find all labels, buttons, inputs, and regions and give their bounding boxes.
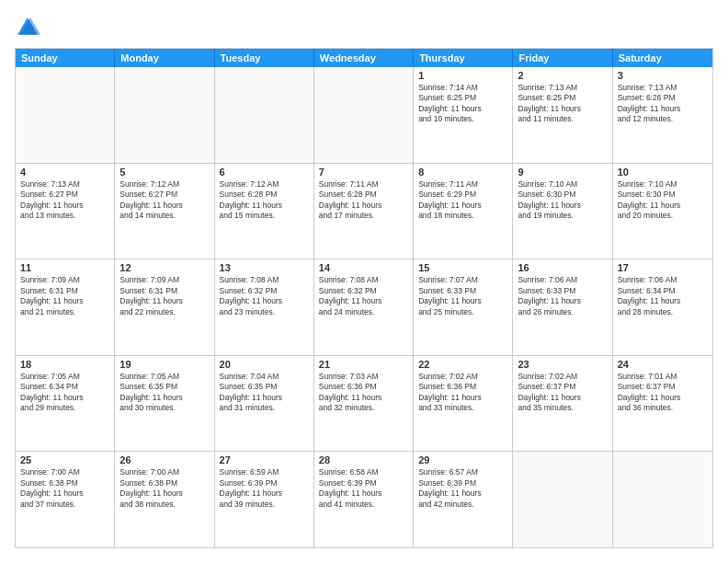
calendar-cell: 2Sunrise: 7:13 AM Sunset: 6:25 PM Daylig… [513,67,612,163]
calendar-cell: 12Sunrise: 7:09 AM Sunset: 6:31 PM Dayli… [115,259,214,355]
calendar-row-3: 18Sunrise: 7:05 AM Sunset: 6:34 PM Dayli… [16,355,712,452]
header [15,15,713,40]
header-day-saturday: Saturday [613,49,712,67]
header-day-sunday: Sunday [16,49,115,67]
day-number: 9 [518,167,607,178]
day-number: 14 [319,262,408,273]
calendar-cell: 8Sunrise: 7:11 AM Sunset: 6:29 PM Daylig… [414,164,513,259]
day-number: 3 [618,70,708,81]
cell-text: Sunrise: 7:06 AM Sunset: 6:34 PM Dayligh… [618,275,708,317]
calendar: SundayMondayTuesdayWednesdayThursdayFrid… [15,48,713,548]
day-number: 16 [518,262,607,273]
cell-text: Sunrise: 7:01 AM Sunset: 6:37 PM Dayligh… [618,372,708,414]
calendar-row-0: 1Sunrise: 7:14 AM Sunset: 6:25 PM Daylig… [16,67,712,163]
calendar-cell [613,452,712,547]
day-number: 6 [220,167,309,178]
cell-text: Sunrise: 7:09 AM Sunset: 6:31 PM Dayligh… [20,275,109,317]
day-number: 25 [20,454,109,465]
header-day-wednesday: Wednesday [314,49,414,67]
cell-text: Sunrise: 7:09 AM Sunset: 6:31 PM Dayligh… [119,275,209,317]
day-number: 26 [119,454,209,465]
day-number: 19 [119,359,209,370]
calendar-cell: 7Sunrise: 7:11 AM Sunset: 6:28 PM Daylig… [314,164,414,259]
day-number: 5 [119,167,209,178]
day-number: 29 [418,454,507,465]
header-day-tuesday: Tuesday [215,49,314,67]
calendar-cell: 15Sunrise: 7:07 AM Sunset: 6:33 PM Dayli… [414,259,513,355]
calendar-cell: 27Sunrise: 6:59 AM Sunset: 6:39 PM Dayli… [215,452,314,547]
cell-text: Sunrise: 7:08 AM Sunset: 6:32 PM Dayligh… [220,275,309,317]
calendar-cell: 3Sunrise: 7:13 AM Sunset: 6:26 PM Daylig… [613,67,712,163]
logo [15,15,44,40]
cell-text: Sunrise: 7:11 AM Sunset: 6:29 PM Dayligh… [418,179,507,222]
cell-text: Sunrise: 6:58 AM Sunset: 6:39 PM Dayligh… [319,467,408,510]
day-number: 13 [220,262,309,273]
logo-icon [15,15,40,40]
day-number: 24 [618,359,708,370]
cell-text: Sunrise: 7:12 AM Sunset: 6:27 PM Dayligh… [119,179,209,222]
cell-text: Sunrise: 7:02 AM Sunset: 6:36 PM Dayligh… [418,372,507,414]
header-day-thursday: Thursday [414,49,513,67]
day-number: 2 [518,70,607,81]
day-number: 17 [618,262,708,273]
day-number: 4 [20,167,109,178]
calendar-cell [215,67,314,163]
calendar-cell [513,452,612,547]
cell-text: Sunrise: 6:59 AM Sunset: 6:39 PM Dayligh… [220,467,309,510]
calendar-cell [314,67,414,163]
calendar-header: SundayMondayTuesdayWednesdayThursdayFrid… [16,49,712,67]
page: SundayMondayTuesdayWednesdayThursdayFrid… [0,0,728,563]
cell-text: Sunrise: 7:13 AM Sunset: 6:26 PM Dayligh… [618,83,708,125]
day-number: 21 [319,359,408,370]
calendar-cell: 19Sunrise: 7:05 AM Sunset: 6:35 PM Dayli… [115,356,214,452]
calendar-cell: 29Sunrise: 6:57 AM Sunset: 6:39 PM Dayli… [414,452,513,547]
calendar-cell: 13Sunrise: 7:08 AM Sunset: 6:32 PM Dayli… [215,259,314,355]
cell-text: Sunrise: 7:04 AM Sunset: 6:35 PM Dayligh… [220,372,309,414]
day-number: 11 [20,262,109,273]
calendar-cell: 23Sunrise: 7:02 AM Sunset: 6:37 PM Dayli… [513,356,612,452]
day-number: 12 [119,262,209,273]
calendar-cell: 24Sunrise: 7:01 AM Sunset: 6:37 PM Dayli… [613,356,712,452]
calendar-cell: 17Sunrise: 7:06 AM Sunset: 6:34 PM Dayli… [613,259,712,355]
day-number: 20 [220,359,309,370]
header-day-friday: Friday [513,49,612,67]
cell-text: Sunrise: 7:07 AM Sunset: 6:33 PM Dayligh… [418,275,507,317]
calendar-cell: 28Sunrise: 6:58 AM Sunset: 6:39 PM Dayli… [314,452,414,547]
calendar-cell: 25Sunrise: 7:00 AM Sunset: 6:38 PM Dayli… [16,452,115,547]
calendar-cell: 20Sunrise: 7:04 AM Sunset: 6:35 PM Dayli… [215,356,314,452]
calendar-cell: 16Sunrise: 7:06 AM Sunset: 6:33 PM Dayli… [513,259,612,355]
cell-text: Sunrise: 7:08 AM Sunset: 6:32 PM Dayligh… [319,275,408,317]
header-day-monday: Monday [115,49,214,67]
calendar-cell: 22Sunrise: 7:02 AM Sunset: 6:36 PM Dayli… [414,356,513,452]
cell-text: Sunrise: 7:11 AM Sunset: 6:28 PM Dayligh… [319,179,408,222]
calendar-cell: 18Sunrise: 7:05 AM Sunset: 6:34 PM Dayli… [16,356,115,452]
cell-text: Sunrise: 7:00 AM Sunset: 6:38 PM Dayligh… [20,467,109,510]
cell-text: Sunrise: 7:13 AM Sunset: 6:27 PM Dayligh… [20,179,109,222]
cell-text: Sunrise: 7:02 AM Sunset: 6:37 PM Dayligh… [518,372,607,414]
calendar-cell: 11Sunrise: 7:09 AM Sunset: 6:31 PM Dayli… [16,259,115,355]
cell-text: Sunrise: 7:05 AM Sunset: 6:35 PM Dayligh… [119,372,209,414]
day-number: 10 [618,167,708,178]
day-number: 1 [418,70,507,81]
day-number: 28 [319,454,408,465]
cell-text: Sunrise: 7:12 AM Sunset: 6:28 PM Dayligh… [220,179,309,222]
cell-text: Sunrise: 7:06 AM Sunset: 6:33 PM Dayligh… [518,275,607,317]
calendar-cell: 21Sunrise: 7:03 AM Sunset: 6:36 PM Dayli… [314,356,414,452]
calendar-row-2: 11Sunrise: 7:09 AM Sunset: 6:31 PM Dayli… [16,259,712,355]
day-number: 27 [220,454,309,465]
cell-text: Sunrise: 6:57 AM Sunset: 6:39 PM Dayligh… [418,467,507,510]
day-number: 7 [319,167,408,178]
day-number: 15 [418,262,507,273]
day-number: 23 [518,359,607,370]
calendar-cell: 6Sunrise: 7:12 AM Sunset: 6:28 PM Daylig… [215,164,314,259]
cell-text: Sunrise: 7:14 AM Sunset: 6:25 PM Dayligh… [418,83,507,125]
calendar-cell: 26Sunrise: 7:00 AM Sunset: 6:38 PM Dayli… [115,452,214,547]
calendar-cell: 1Sunrise: 7:14 AM Sunset: 6:25 PM Daylig… [414,67,513,163]
cell-text: Sunrise: 7:00 AM Sunset: 6:38 PM Dayligh… [119,467,209,510]
cell-text: Sunrise: 7:10 AM Sunset: 6:30 PM Dayligh… [618,179,708,222]
calendar-cell: 5Sunrise: 7:12 AM Sunset: 6:27 PM Daylig… [115,164,214,259]
calendar-cell: 10Sunrise: 7:10 AM Sunset: 6:30 PM Dayli… [613,164,712,259]
calendar-row-1: 4Sunrise: 7:13 AM Sunset: 6:27 PM Daylig… [16,163,712,259]
day-number: 8 [418,167,507,178]
calendar-cell: 4Sunrise: 7:13 AM Sunset: 6:27 PM Daylig… [16,164,115,259]
